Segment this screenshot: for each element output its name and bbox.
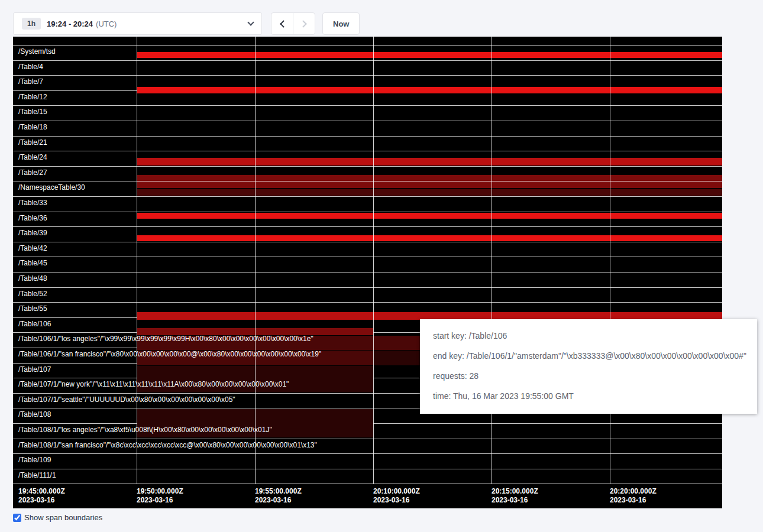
key-visualizer-heatmap[interactable]: start key: /Table/106 end key: /Table/10… <box>13 37 722 508</box>
tooltip-end-key: end key: /Table/106/1/"amsterdam"/"\xb33… <box>433 346 744 366</box>
span-boundary-line <box>13 453 722 454</box>
chevron-right-icon <box>299 20 307 28</box>
span-boundary-line <box>13 166 722 167</box>
span-boundary-line <box>137 181 722 181</box>
key-span-label: /Table/107/1/"seattle"/"UUUUUUD\x00\x80\… <box>18 395 235 404</box>
key-span-label: /Table/48 <box>18 274 47 283</box>
key-span-label: /Table/52 <box>18 290 47 298</box>
key-span-label: /Table/36 <box>18 214 47 222</box>
key-span-label: /Table/108 <box>18 410 51 419</box>
span-boundary-line <box>13 196 722 197</box>
heat-band[interactable] <box>137 175 722 188</box>
key-span-label: /Table/106/1/"los angeles"/"\x99\x99\x99… <box>18 335 313 343</box>
time-nav-button-group <box>271 12 315 35</box>
key-span-label: /Table/21 <box>18 138 47 147</box>
time-gridline <box>373 37 374 484</box>
span-boundary-line <box>13 272 722 273</box>
key-span-label: /Table/108/1/"san francisco"/"\x8c\xcc\x… <box>18 441 317 449</box>
span-boundary-line <box>13 60 722 61</box>
show-span-boundaries-label: Show span boundaries <box>24 513 102 522</box>
span-boundary-line <box>13 226 722 227</box>
key-span-label: /Table/12 <box>18 93 47 101</box>
time-gridline <box>255 37 256 484</box>
time-axis-label: 20:15:00.000Z2023-03-16 <box>492 487 538 505</box>
key-span-label: /Table/108/1/"los angeles"/"\xa8\xf5\u00… <box>18 426 272 434</box>
chevron-left-icon <box>280 20 287 28</box>
show-span-boundaries-checkbox[interactable] <box>13 514 21 522</box>
time-range-timezone: (UTC) <box>96 20 117 28</box>
span-boundary-line <box>13 45 722 46</box>
span-boundary-line <box>13 121 722 121</box>
span-boundary-line <box>13 136 722 137</box>
span-boundary-line <box>13 287 722 288</box>
key-visualizer-page: 1h 19:24 - 20:24 (UTC) Now start key: /T… <box>0 0 763 522</box>
span-boundary-line <box>13 302 722 303</box>
key-span-label: /Table/109 <box>18 456 51 464</box>
span-boundary-line <box>13 75 722 76</box>
time-axis-label: 19:50:00.000Z2023-03-16 <box>137 487 183 505</box>
key-span-label: /Table/111/1 <box>18 471 56 479</box>
time-gridline <box>610 37 610 484</box>
time-gridline <box>137 37 137 484</box>
key-span-label: /System/tsd <box>18 47 56 56</box>
time-toolbar: 1h 19:24 - 20:24 (UTC) Now <box>13 12 763 35</box>
show-span-boundaries-toggle[interactable]: Show span boundaries <box>13 513 763 522</box>
heat-band[interactable] <box>137 158 722 166</box>
time-axis-label: 19:45:00.000Z2023-03-16 <box>18 487 65 505</box>
key-span-label: /Table/106 <box>18 320 51 328</box>
heat-band[interactable] <box>137 235 722 241</box>
span-hover-tooltip: start key: /Table/106 end key: /Table/10… <box>420 319 757 414</box>
key-span-label: /NamespaceTable/30 <box>18 183 85 192</box>
time-preset-badge: 1h <box>22 18 41 30</box>
key-span-label: /Table/24 <box>18 153 47 161</box>
time-axis-label: 20:10:00.000Z2023-03-16 <box>373 487 420 505</box>
key-span-label: /Table/27 <box>18 168 47 177</box>
key-span-label: /Table/107 <box>18 365 51 374</box>
span-boundary-line <box>13 151 722 151</box>
span-boundary-line <box>13 439 722 439</box>
heat-band[interactable] <box>137 52 722 58</box>
time-axis-label: 20:20:00.000Z2023-03-16 <box>610 487 657 505</box>
heat-band[interactable] <box>137 213 722 219</box>
tooltip-start-key: start key: /Table/106 <box>433 326 744 346</box>
now-button[interactable]: Now <box>322 12 360 35</box>
span-boundary-line <box>13 105 722 106</box>
span-boundary-line <box>13 257 722 257</box>
key-span-label: /Table/18 <box>18 123 47 131</box>
span-boundary-line <box>13 484 722 484</box>
tooltip-time: time: Thu, 16 Mar 2023 19:55:00 GMT <box>433 386 744 406</box>
time-gridline <box>492 37 492 484</box>
time-axis-label: 19:55:00.000Z2023-03-16 <box>255 487 302 505</box>
key-span-label: /Table/107/1/"new york"/"\x11\x11\x11\x1… <box>18 380 289 388</box>
key-span-label: /Table/42 <box>18 244 47 252</box>
key-span-label: /Table/39 <box>18 229 47 237</box>
chevron-down-icon <box>247 19 254 25</box>
time-range-text: 19:24 - 20:24 <box>47 20 93 28</box>
span-boundary-line <box>13 242 722 242</box>
key-span-label: /Table/7 <box>18 77 43 86</box>
key-span-label: /Table/15 <box>18 108 47 116</box>
span-boundary-line <box>13 212 722 212</box>
tooltip-requests: requests: 28 <box>433 366 744 386</box>
span-boundary-line <box>13 469 722 469</box>
next-time-button[interactable] <box>293 12 315 35</box>
key-span-label: /Table/106/1/"san francisco"/"\x80\x00\x… <box>18 350 321 358</box>
key-span-label: /Table/33 <box>18 199 47 207</box>
heat-band[interactable] <box>137 189 722 196</box>
key-span-label: /Table/55 <box>18 304 47 313</box>
key-span-label: /Table/45 <box>18 259 47 267</box>
previous-time-button[interactable] <box>271 12 293 35</box>
key-span-label: /Table/4 <box>18 63 43 71</box>
time-range-dropdown[interactable]: 1h 19:24 - 20:24 (UTC) <box>13 12 262 35</box>
heat-band[interactable] <box>137 87 722 93</box>
